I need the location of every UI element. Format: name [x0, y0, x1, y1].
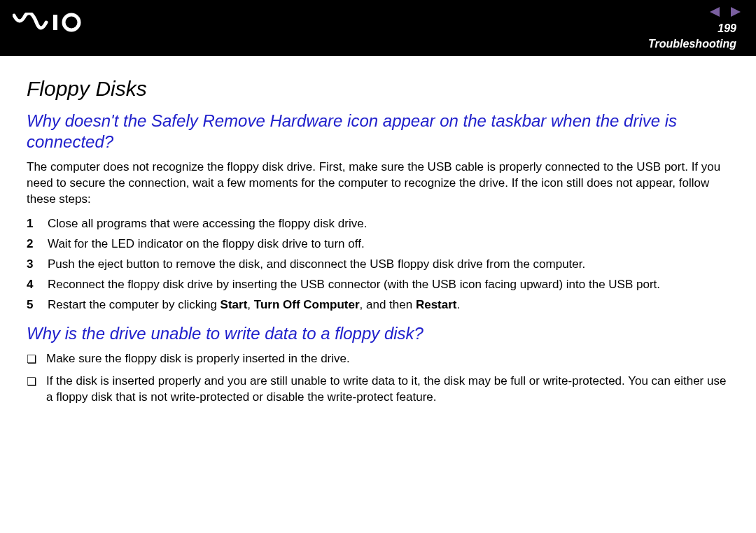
nav-arrows [710, 7, 741, 20]
step-number: 2 [27, 236, 35, 253]
svg-marker-3 [731, 7, 741, 17]
step-text: Restart the computer by clicking Start, … [48, 297, 460, 313]
page-header: 199 Troubleshooting [0, 0, 756, 56]
page-content: Floppy Disks Why doesn't the Safely Remo… [0, 56, 756, 406]
question-1: Why doesn't the Safely Remove Hardware i… [27, 111, 729, 152]
list-item: 3 Push the eject button to remove the di… [27, 257, 729, 273]
nav-next-icon[interactable] [728, 7, 741, 20]
bullet-text: Make sure the floppy disk is properly in… [46, 351, 350, 367]
question-2: Why is the drive unable to write data to… [27, 323, 729, 344]
svg-rect-0 [53, 15, 57, 30]
step-text: Close all programs that were accessing t… [48, 216, 367, 232]
svg-marker-2 [710, 7, 720, 17]
vaio-logo [13, 13, 83, 35]
step-text: Wait for the LED indicator on the floppy… [48, 236, 365, 253]
step-text: Push the eject button to remove the disk… [48, 257, 585, 273]
list-item: ❏ Make sure the floppy disk is properly … [27, 351, 729, 367]
nav-prev-icon[interactable] [710, 7, 722, 20]
list-item: ❏ If the disk is inserted properly and y… [27, 374, 729, 406]
bullet-icon: ❏ [27, 374, 36, 406]
bullet-icon: ❏ [27, 351, 36, 367]
svg-point-1 [64, 15, 79, 30]
step-text: Reconnect the floppy disk drive by inser… [48, 277, 660, 293]
step-number: 5 [27, 297, 35, 313]
page-title: Floppy Disks [27, 77, 729, 101]
q1-intro-text: The computer does not recognize the flop… [27, 159, 729, 208]
bullet-text: If the disk is inserted properly and you… [46, 374, 729, 406]
step-number: 1 [27, 216, 35, 232]
list-item: 5 Restart the computer by clicking Start… [27, 297, 729, 313]
section-label: Troubleshooting [648, 38, 736, 50]
q1-steps-list: 1 Close all programs that were accessing… [27, 216, 729, 313]
page-number: 199 [718, 22, 736, 35]
step-number: 4 [27, 277, 35, 293]
step-number: 3 [27, 257, 35, 273]
list-item: 4 Reconnect the floppy disk drive by ins… [27, 277, 729, 293]
list-item: 1 Close all programs that were accessing… [27, 216, 729, 232]
q2-bullet-list: ❏ Make sure the floppy disk is properly … [27, 351, 729, 406]
list-item: 2 Wait for the LED indicator on the flop… [27, 236, 729, 253]
